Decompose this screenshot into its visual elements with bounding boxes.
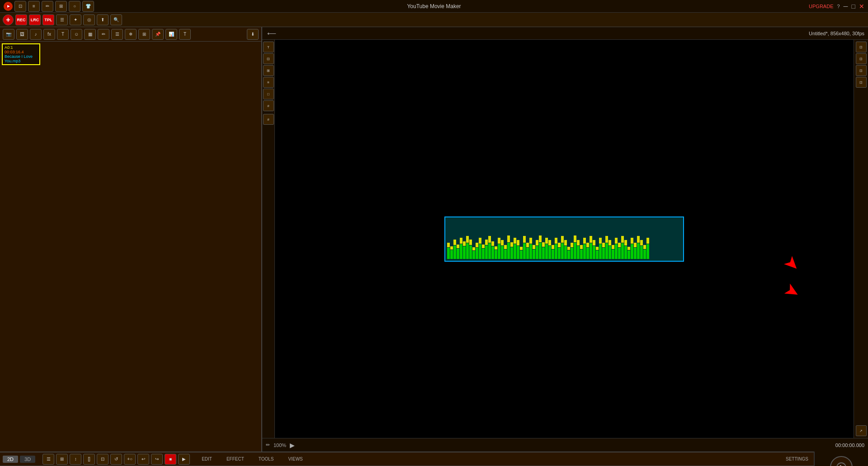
eq-bar-top: [605, 236, 608, 243]
eq-bar-group: [463, 241, 466, 259]
eq-bar-top: [450, 246, 453, 249]
search-btn[interactable]: ○: [69, 1, 80, 12]
eq-bar-top: [517, 240, 519, 245]
preview-icon: [830, 456, 853, 466]
barcode-btn[interactable]: ▦: [84, 29, 96, 40]
eq-bar-top: [631, 238, 633, 244]
eq-bar-group: [558, 243, 561, 259]
split-btn[interactable]: ⊞: [55, 1, 67, 12]
close-btn[interactable]: ✕: [859, 3, 864, 10]
eq-bar-bottom: [536, 246, 538, 259]
help-btn[interactable]: ?: [837, 4, 840, 9]
expand-btn[interactable]: ↗: [856, 425, 867, 436]
main-area: 📷 🖼 ♪ fx T ☺ ▦ ✏ ☰ ❄ ⊞ 📌 📊 T ⬇ A0:1 00:0…: [0, 27, 868, 452]
eq-bar-group: [466, 236, 469, 259]
eq-bar-group: [485, 240, 488, 259]
minimize-btn[interactable]: ─: [844, 3, 848, 10]
emoji-btn[interactable]: ☺: [71, 29, 82, 40]
snowflake-btn[interactable]: ❄: [125, 29, 137, 40]
upload-btn[interactable]: ⬆: [97, 14, 108, 25]
eq-bar-group: [495, 246, 497, 259]
tl-stop-btn[interactable]: ■: [165, 454, 176, 465]
eq-bar-top: [574, 235, 576, 242]
add-btn[interactable]: +: [3, 14, 14, 25]
tl-play-btn[interactable]: ▶: [178, 454, 190, 465]
rs-btn-4[interactable]: ⊡: [856, 77, 867, 88]
draw-btn[interactable]: ✏: [42, 1, 53, 12]
camera-btn[interactable]: 📷: [3, 29, 14, 40]
eq-bar-group: [640, 240, 643, 259]
maximize-btn[interactable]: □: [852, 3, 855, 10]
play-btn[interactable]: ▶: [290, 442, 295, 449]
resize-btn[interactable]: ⊞: [263, 65, 274, 76]
lrc-btn[interactable]: LRC: [29, 14, 41, 25]
eq-bar-group: [536, 240, 538, 259]
list-view-btn[interactable]: ☰: [56, 14, 68, 25]
tl-grid-btn[interactable]: ⊞: [56, 454, 68, 465]
img-btn[interactable]: 🖼: [16, 29, 28, 40]
app-title: YouTube Movie Maker: [407, 3, 461, 9]
frame-btn[interactable]: □: [263, 89, 274, 99]
menu-btn[interactable]: ☰: [111, 29, 123, 40]
upgrade-link[interactable]: UPGRADE: [809, 4, 833, 9]
eq-bar-group: [523, 236, 526, 259]
eq-bar-group: [453, 240, 456, 259]
circle-btn[interactable]: ◎: [83, 14, 95, 25]
star-btn[interactable]: ✦: [70, 14, 81, 25]
rs-btn-1[interactable]: ⊡: [856, 42, 867, 52]
eq-bar-group: [510, 242, 513, 259]
brush-btn[interactable]: ✏: [98, 29, 109, 40]
eq-bar-group: [605, 236, 608, 259]
eq-bar-bottom: [510, 247, 513, 259]
eq-bar-bottom: [596, 250, 599, 259]
eq-bar-group: [552, 245, 554, 259]
eq-bar-top: [491, 241, 494, 246]
rs-btn-2[interactable]: ⊡: [856, 53, 867, 64]
crop-btn[interactable]: ⊡: [263, 53, 274, 64]
tl-list-btn[interactable]: ☰: [42, 454, 54, 465]
plus-tool-btn[interactable]: #: [263, 114, 274, 125]
hash-btn[interactable]: #: [263, 100, 274, 111]
eq-bar-group: [609, 240, 611, 259]
tl-loop-btn[interactable]: ↺: [110, 454, 122, 465]
view-toggle-btn[interactable]: ⊡: [14, 1, 26, 12]
tab-3d[interactable]: 3D: [20, 456, 35, 463]
eq-bar-bottom: [577, 246, 580, 259]
tl-plus-btn[interactable]: +○: [124, 454, 136, 465]
tpl-btn[interactable]: TPL: [42, 14, 54, 25]
tl-redo-btn[interactable]: ↪: [151, 454, 163, 465]
tl-bracket-btn[interactable]: []: [83, 454, 95, 465]
tl-split-btn[interactable]: ⊡: [97, 454, 108, 465]
rec-btn[interactable]: REC: [15, 14, 27, 25]
text-btn[interactable]: T: [57, 29, 69, 40]
bigT-btn[interactable]: T: [179, 29, 191, 40]
tab-2d[interactable]: 2D: [3, 456, 18, 463]
eq-bar-top: [599, 238, 602, 244]
tshirt-btn[interactable]: 👕: [82, 1, 94, 12]
text-tool-btn[interactable]: T: [263, 42, 274, 52]
eq-bar-top: [571, 243, 573, 247]
chart-btn[interactable]: 📊: [165, 29, 177, 40]
grid-btn[interactable]: ⊞: [138, 29, 150, 40]
eq-bar-group: [593, 240, 595, 259]
tl-undo-btn[interactable]: ↩: [137, 454, 149, 465]
media-item-audio[interactable]: A0:1 00:03:16.4 Because I Love You.mp3: [2, 43, 40, 65]
search2-btn[interactable]: 🔍: [110, 14, 122, 25]
fx-btn[interactable]: fx: [43, 29, 55, 40]
list-btn[interactable]: ≡: [28, 1, 40, 12]
download-btn[interactable]: ⬇: [247, 29, 259, 40]
music-btn[interactable]: ♪: [30, 29, 42, 40]
far-right-panel: PPREVIEW ⇒ RRENDER: [814, 452, 868, 466]
eq-bar-group: [571, 243, 573, 259]
svg-point-2: [837, 463, 846, 466]
tl-height-btn[interactable]: ↕: [70, 454, 81, 465]
eq-bar-top: [580, 245, 583, 249]
eq-bar-group: [482, 245, 485, 259]
rs-btn-3[interactable]: ⊡: [856, 65, 867, 76]
eq-bar-bottom: [539, 243, 542, 259]
arrow-left-btn[interactable]: ⟵: [266, 28, 278, 39]
pin-btn[interactable]: 📌: [152, 29, 164, 40]
preview-btn[interactable]: PPREVIEW: [821, 455, 862, 466]
layer-btn[interactable]: ≡: [263, 77, 274, 88]
eq-bar-top: [533, 245, 535, 249]
